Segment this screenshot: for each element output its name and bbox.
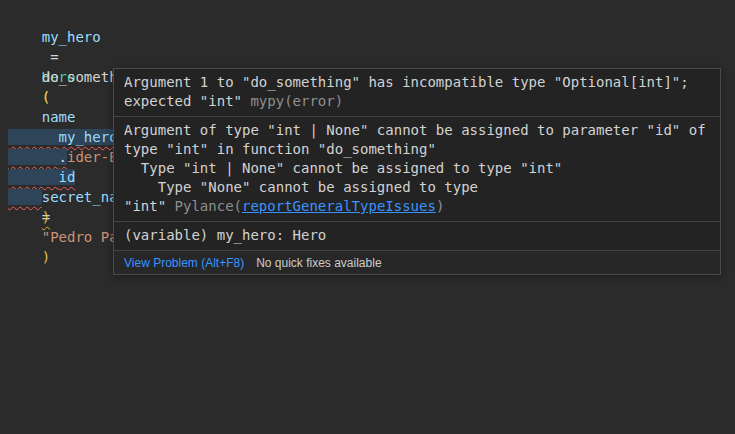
token-variable: my_hero	[42, 29, 101, 45]
mypy-message-line-2: expected "int" mypy(error)	[124, 92, 710, 111]
pylance-source-close: )	[436, 198, 444, 214]
pylance-message-line-5: "int" Pylance(reportGeneralTypeIssues)	[124, 197, 710, 216]
variable-info-text: (variable) my_hero: Hero	[124, 226, 710, 245]
token-close-paren: )	[42, 249, 50, 265]
token-dot: .	[59, 149, 67, 165]
mypy-message-text: expected "int"	[124, 93, 250, 109]
pylance-source-label: Pylance(	[175, 198, 242, 214]
token-variable: my_hero	[59, 129, 118, 145]
token-open-paren: (	[42, 89, 50, 105]
code-editor[interactable]: my_hero = Hero ( name = "Spider-Boy" , s…	[0, 0, 735, 434]
pylance-diagnostic-section: Argument of type "int | None" cannot be …	[114, 117, 720, 222]
variable-info-section: (variable) my_hero: Hero	[114, 222, 720, 251]
report-general-type-issues-link[interactable]: reportGeneralTypeIssues	[242, 198, 436, 214]
hover-tooltip: Argument 1 to "do_something" has incompa…	[113, 68, 721, 275]
mypy-diagnostic-section: Argument 1 to "do_something" has incompa…	[114, 69, 720, 117]
token-attribute: id	[59, 169, 76, 185]
pylance-message-text: "int"	[124, 198, 175, 214]
hover-status-bar: View Problem (Alt+F8) No quick fixes ava…	[114, 251, 720, 274]
pylance-message-line-1: Argument of type "int | None" cannot be …	[124, 121, 710, 140]
error-highlighted-expression[interactable]: my_hero . id	[8, 129, 118, 205]
token-close-paren: )	[42, 209, 50, 225]
pylance-message-line-2: type "int" in function "do_something"	[124, 140, 710, 159]
view-problem-link[interactable]: View Problem (Alt+F8)	[124, 256, 244, 270]
pylance-message-line-4: Type "None" cannot be assigned to type	[124, 178, 710, 197]
no-quick-fixes-label: No quick fixes available	[256, 256, 381, 270]
mypy-message-line-1: Argument 1 to "do_something" has incompa…	[124, 73, 710, 92]
pylance-message-line-3: Type "int | None" cannot be assigned to …	[124, 159, 710, 178]
mypy-source-label: mypy(error)	[250, 93, 343, 109]
